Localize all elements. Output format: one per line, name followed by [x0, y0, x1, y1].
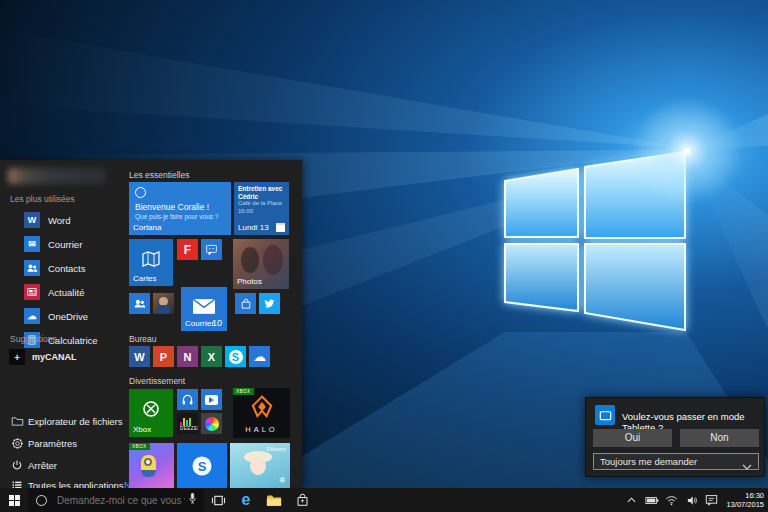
suggestions-header: Suggestions: [10, 334, 57, 344]
user-account-name-blurred[interactable]: [8, 168, 106, 184]
dropdown-value: Toujours me demander: [600, 456, 697, 467]
tile-label: Photos: [237, 278, 262, 286]
tile-commentaires-windows[interactable]: [201, 239, 222, 260]
tile-courrier[interactable]: Courrier 10: [181, 287, 227, 331]
sidebar-item-label: Courrier: [48, 239, 82, 250]
tile-frozen-disney[interactable]: Disney ❄: [230, 443, 290, 488]
edge-icon: e: [242, 492, 251, 508]
tile-halo[interactable]: XBOX HALO: [233, 388, 290, 438]
tile-calendrier[interactable]: Entretien avec Cédric Café de la Place 1…: [234, 182, 289, 235]
tile-deezer[interactable]: DEEZER: [177, 413, 198, 434]
minion-overalls: [141, 470, 156, 477]
sidebar-item-label: Explorateur de fichiers: [28, 416, 123, 427]
calendar-icon: [276, 223, 285, 232]
task-view-button[interactable]: [206, 488, 230, 512]
snowflake-icon: ❄: [278, 475, 286, 485]
gear-icon: [9, 435, 25, 451]
sidebar-item-onedrive[interactable]: ☁ OneDrive: [0, 305, 118, 327]
cloud-icon: ☁: [24, 308, 40, 324]
yes-button[interactable]: Oui: [593, 429, 672, 447]
tile-cortana[interactable]: Bienvenue Coralie ! Que puis-je faire po…: [129, 182, 231, 235]
flipboard-icon: F: [177, 239, 198, 260]
sidebar-item-label: Arrêter: [28, 460, 57, 471]
sidebar-item-mycanal[interactable]: ＋ myCANAL: [0, 346, 118, 368]
sidebar-item-label: Word: [48, 215, 71, 226]
tablet-icon: [595, 405, 615, 425]
sidebar-item-actualite[interactable]: Actualité: [0, 281, 118, 303]
tile-label: Cortana: [133, 224, 161, 232]
tile-photos[interactable]: Photos: [233, 239, 289, 289]
xbox-sphere-icon: [129, 389, 173, 429]
tile-contact-photo[interactable]: [153, 293, 174, 314]
halo-wordmark: HALO: [233, 425, 290, 434]
sidebar-item-power[interactable]: Arrêter: [0, 454, 118, 476]
feedback-bubble-icon: [201, 239, 222, 260]
tile-label: Courrier: [185, 320, 214, 328]
minion-goggle: [144, 458, 152, 466]
most-used-header: Les plus utilisées: [10, 194, 75, 204]
powerpoint-icon: P: [153, 346, 174, 367]
cortana-ring-icon: [135, 187, 146, 198]
tile-groove-musique[interactable]: [177, 389, 198, 410]
word-icon: W: [24, 212, 40, 228]
tile-onedrive[interactable]: ☁: [249, 346, 270, 367]
tile-twitter[interactable]: [259, 293, 280, 314]
photo-person: [263, 245, 283, 275]
tile-contacts[interactable]: [129, 293, 150, 314]
wifi-icon[interactable]: [663, 488, 680, 512]
tile-minions-game[interactable]: XBOX: [129, 443, 174, 488]
windows-desktop: Les plus utilisées W Word ✉ Courrier Con…: [0, 0, 768, 512]
sidebar-item-word[interactable]: W Word: [0, 209, 118, 231]
store-button[interactable]: [290, 488, 314, 512]
sidebar-item-file-explorer[interactable]: Explorateur de fichiers: [0, 410, 118, 432]
word-icon: W: [129, 346, 150, 367]
sidebar-item-label: OneDrive: [48, 311, 88, 322]
onenote-icon: N: [177, 346, 198, 367]
tile-powerpoint[interactable]: P: [153, 346, 174, 367]
ask-mode-dropdown[interactable]: Toujours me demander: [593, 453, 759, 470]
shazam-logo-icon: S: [193, 456, 212, 475]
tile-color-wheel[interactable]: [201, 413, 222, 434]
tile-cartes[interactable]: Cartes: [129, 239, 173, 286]
sidebar-item-courrier[interactable]: ✉ Courrier: [0, 233, 118, 255]
tile-films-tv[interactable]: [201, 389, 222, 410]
tray-clock[interactable]: 16:30 13/07/2015: [726, 491, 764, 510]
battery-icon[interactable]: [643, 488, 660, 512]
cortana-ring-icon: [36, 495, 47, 506]
sidebar-item-label: Contacts: [48, 263, 86, 274]
power-icon: [9, 457, 25, 473]
photo-body: [157, 305, 170, 314]
tile-word[interactable]: W: [129, 346, 150, 367]
action-center-icon[interactable]: [703, 488, 720, 512]
mail-icon: ✉: [24, 236, 40, 252]
tile-flipboard[interactable]: F: [177, 239, 198, 260]
sidebar-item-settings[interactable]: Paramètres: [0, 432, 118, 454]
tile-label: Cartes: [133, 275, 157, 283]
start-button[interactable]: [0, 488, 28, 512]
color-wheel-icon: [205, 417, 219, 431]
microphone-icon[interactable]: [187, 491, 198, 509]
file-explorer-button[interactable]: [262, 488, 286, 512]
cortana-search-box[interactable]: [28, 488, 204, 512]
cloud-icon: ☁: [253, 349, 266, 364]
tile-store[interactable]: [235, 293, 256, 314]
tile-xbox[interactable]: Xbox: [129, 389, 173, 437]
taskbar: e 16:30 13/07/2015: [0, 488, 768, 512]
mycanal-icon: ＋: [9, 349, 25, 365]
tile-excel[interactable]: X: [201, 346, 222, 367]
group-header-entertainment: Divertissement: [129, 376, 185, 386]
map-icon: [129, 239, 173, 278]
tile-onenote[interactable]: N: [177, 346, 198, 367]
sidebar-item-contacts[interactable]: Contacts: [0, 257, 118, 279]
tray-chevron-up-icon[interactable]: [623, 488, 640, 512]
tile-shazam[interactable]: S: [177, 443, 227, 488]
search-input[interactable]: [55, 494, 187, 507]
speaker-icon[interactable]: [683, 488, 700, 512]
no-button[interactable]: Non: [680, 429, 759, 447]
disney-wordmark: Disney: [267, 445, 286, 453]
calendar-event-detail: Café de la Place 16:00: [238, 200, 286, 215]
deezer-wordmark: DEEZER: [180, 426, 198, 431]
tile-skype[interactable]: S: [225, 346, 246, 367]
chevron-down-icon: [742, 459, 752, 474]
edge-browser-button[interactable]: e: [234, 488, 258, 512]
